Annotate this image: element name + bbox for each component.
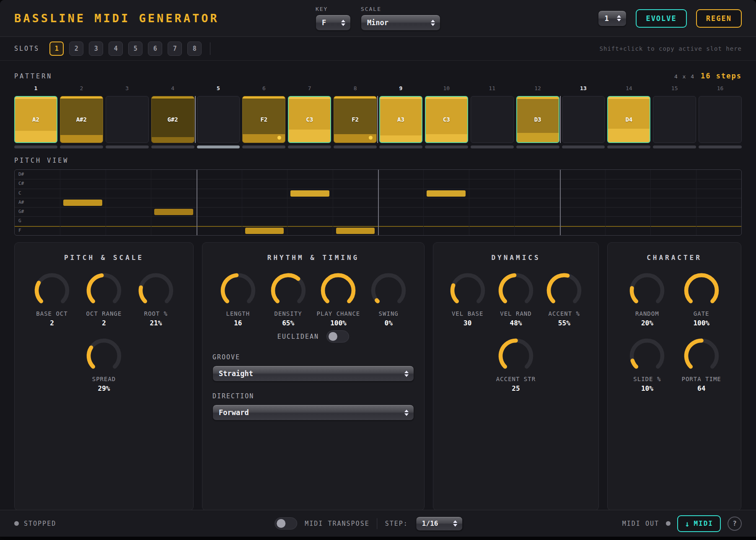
knob-random[interactable]: RANDOM20%	[622, 269, 672, 327]
step-cell-wrap	[106, 96, 149, 143]
step-number: 16	[699, 85, 742, 93]
knob-swing[interactable]: SWING0%	[364, 269, 413, 327]
step-cell[interactable]	[653, 96, 696, 143]
step-cell[interactable]	[106, 96, 149, 143]
slot-button-1[interactable]: 1	[49, 42, 64, 56]
step-cell[interactable]: A3	[379, 96, 422, 143]
step-cell[interactable]	[699, 96, 742, 143]
knob-label: LENGTH	[226, 310, 250, 317]
slot-button-8[interactable]: 8	[187, 42, 202, 56]
step-cell[interactable]	[471, 96, 514, 143]
note-label: G#2	[152, 96, 194, 143]
step-column: 5	[197, 85, 240, 148]
step-cell[interactable]: D4	[607, 96, 650, 143]
regen-button[interactable]: REGEN	[696, 9, 742, 28]
knob-accent-[interactable]: ACCENT %55%	[540, 269, 588, 327]
slot-button-2[interactable]: 2	[69, 42, 83, 56]
pitch-row-label: G	[18, 218, 21, 223]
knob-row: VEL BASE30VEL RAND48%ACCENT %55%	[443, 269, 588, 327]
knob-porta-time[interactable]: PORTA TIME64	[677, 335, 726, 392]
step-cell[interactable]: C3	[425, 96, 468, 143]
beat-grid-line	[378, 170, 379, 235]
knob-root-[interactable]: ROOT %21%	[131, 269, 181, 327]
step-cell-wrap	[471, 96, 514, 143]
panel-title: DYNAMICS	[443, 254, 588, 262]
step-grid-line	[151, 170, 151, 235]
knob-value: 0%	[385, 319, 393, 327]
knob-play-chance[interactable]: PLAY CHANCE100%	[313, 269, 363, 327]
step-column: 14D4	[607, 85, 650, 148]
step-cell[interactable]	[197, 96, 240, 143]
knob-length[interactable]: LENGTH16	[213, 269, 263, 327]
step-cell[interactable]	[562, 96, 605, 143]
step-cell[interactable]: F2	[242, 96, 285, 143]
toggle-knob	[277, 519, 285, 528]
knob-vel-base[interactable]: VEL BASE30	[443, 269, 492, 327]
step-column: 7C3	[288, 85, 331, 148]
key-group: KEY F	[316, 6, 351, 31]
step-cell[interactable]: A2	[14, 96, 57, 143]
knob-gate[interactable]: GATE100%	[677, 269, 726, 327]
step-cell[interactable]: F2	[334, 96, 377, 143]
knob-label: OCT RANGE	[86, 310, 122, 317]
slot-button-5[interactable]: 5	[128, 42, 142, 56]
knob-label: PORTA TIME	[682, 376, 721, 382]
note-label: A2	[15, 97, 57, 142]
grid-dimensions: 4 x 4	[674, 73, 695, 80]
evolve-button[interactable]: EVOLVE	[636, 9, 686, 28]
updown-arrows-icon	[453, 520, 457, 527]
step-number: 11	[471, 85, 514, 93]
groove-select[interactable]: Straight	[212, 366, 414, 382]
midi-transpose-toggle[interactable]	[274, 517, 297, 530]
knob-label: RANDOM	[635, 310, 659, 317]
knob-oct-range[interactable]: OCT RANGE2	[79, 269, 129, 327]
step-cell-wrap: A2	[14, 96, 57, 143]
knob-spread[interactable]: SPREAD29%	[79, 335, 129, 392]
knob-vel-rand[interactable]: VEL RAND48%	[492, 269, 540, 327]
step-cell-wrap: G#2	[151, 96, 194, 143]
knob-value: 16	[234, 319, 242, 327]
euclidean-toggle[interactable]	[326, 330, 349, 343]
knob-density[interactable]: DENSITY65%	[264, 269, 313, 327]
step-number: 8	[334, 85, 377, 93]
slot-button-7[interactable]: 7	[168, 42, 182, 56]
panel-rhythm-timing: RHYTHM & TIMING LENGTH16DENSITY65%PLAY C…	[202, 242, 425, 511]
note-label: A#2	[60, 96, 103, 143]
midi-drag-button[interactable]: ↓ MIDI	[677, 515, 721, 532]
knob-accent-str[interactable]: ACCENT STR25	[491, 335, 541, 392]
updown-arrows-icon	[617, 15, 621, 21]
step-cell[interactable]: D3	[516, 96, 559, 143]
step-cell[interactable]: G#2	[151, 96, 194, 143]
variation-stepper[interactable]: 1	[598, 10, 627, 26]
midi-out-label: MIDI OUT	[622, 520, 659, 527]
knob-base-oct[interactable]: BASE OCT2	[27, 269, 77, 327]
slot-button-4[interactable]: 4	[109, 42, 123, 56]
slot-button-3[interactable]: 3	[89, 42, 103, 56]
knob-label: PLAY CHANCE	[317, 310, 360, 317]
key-select[interactable]: F	[316, 15, 351, 31]
pitch-row-label: G#	[18, 209, 24, 214]
knob-value: 64	[697, 384, 705, 392]
step-number: 12	[516, 85, 559, 93]
scale-select[interactable]: Minor	[361, 15, 440, 31]
help-button[interactable]: ?	[728, 517, 742, 531]
step-cell[interactable]: A#2	[60, 96, 103, 143]
step-underbar	[14, 145, 57, 148]
step-cell[interactable]: C3	[288, 96, 331, 143]
panel-title: PITCH & SCALE	[25, 254, 183, 262]
step-select[interactable]: 1/16	[416, 517, 463, 531]
knob-slide-[interactable]: SLIDE %10%	[622, 335, 672, 392]
slide-dot-icon	[369, 136, 373, 140]
knob-label: ROOT %	[144, 310, 168, 317]
step-cell-wrap: C3	[288, 96, 331, 143]
slot-button-6[interactable]: 6	[148, 42, 162, 56]
step-cell-wrap	[562, 96, 605, 143]
step-underbar	[379, 145, 422, 148]
step-number: 15	[653, 85, 696, 93]
step-grid-line	[469, 170, 469, 235]
step-label: STEP:	[385, 520, 408, 527]
knob-label: GATE	[694, 310, 709, 317]
direction-select[interactable]: Forward	[212, 405, 414, 421]
knob-label: DENSITY	[274, 310, 302, 317]
step-cell-wrap	[653, 96, 696, 143]
